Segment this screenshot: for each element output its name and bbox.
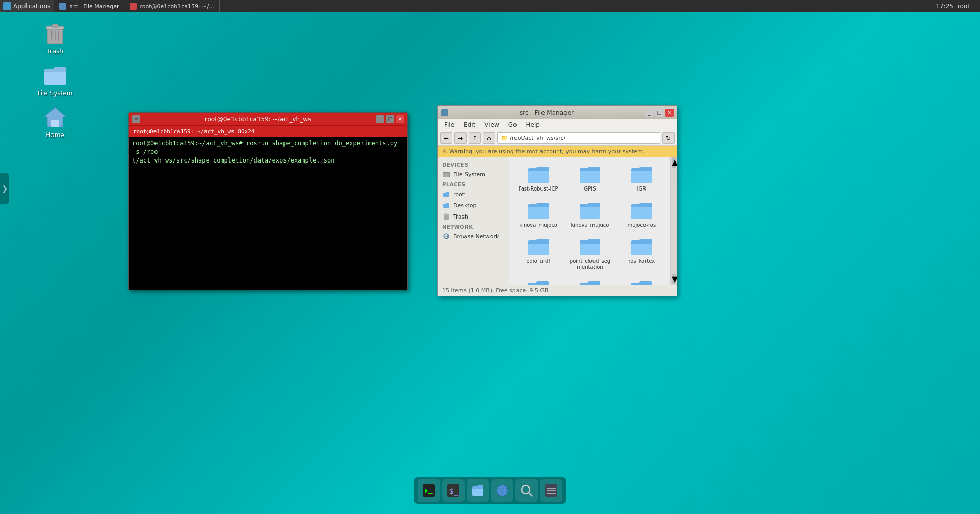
fm-menu-view[interactable]: View [480, 120, 503, 129]
fm-warning-icon: ⚠ [442, 148, 447, 155]
file-folder-icon [629, 200, 654, 221]
file-folder-icon [578, 236, 602, 257]
filesystem-desktop-icon[interactable]: File System [35, 61, 75, 99]
taskbar-window2-label: root@0e1cbb1ca159: ~/... [140, 3, 214, 10]
fm-sidebar-desktop[interactable]: Desktop [438, 200, 509, 211]
fm-forward-btn[interactable]: → [454, 132, 467, 144]
terminal-close-btn[interactable]: ✕ [396, 115, 404, 123]
fm-sidebar-filesystem[interactable]: File System [438, 169, 509, 180]
home-label: Home [46, 131, 64, 139]
home-icon [43, 105, 67, 129]
fm-back-btn[interactable]: ← [440, 132, 452, 144]
fm-menu-edit[interactable]: Edit [459, 120, 479, 129]
fm-window-icon [441, 109, 448, 116]
fm-file-shape-completion[interactable]: shape_completion [513, 276, 563, 285]
fm-file-kinova-mujoco[interactable]: kinova_mujoco [513, 197, 563, 231]
terminal-window-buttons: _ □ ✕ [376, 115, 404, 123]
taskbar-apps-button[interactable]: Applications [0, 0, 54, 12]
fm-toolbar: ← → ↑ ⌂ 📁 /root/act_vh_ws/src/ ↻ [438, 130, 677, 146]
fm-file-kinova-mujuco[interactable]: kinova_mujuco [565, 197, 614, 231]
terminal-minimize-btn[interactable]: _ [376, 115, 384, 123]
fm-minimize-btn[interactable]: _ [645, 109, 653, 117]
bottom-taskbar: $_ [414, 477, 566, 504]
file-name-label: ros_kortex [628, 258, 655, 264]
bottom-more-icon[interactable] [540, 479, 562, 502]
file-folder-icon [578, 279, 602, 285]
fm-section-network: NETWORK [438, 222, 509, 231]
bottom-terminal-icon[interactable] [418, 479, 440, 502]
fm-sidebar-root[interactable]: root [438, 188, 509, 200]
terminal-line2: t/act_vh_ws/src/shape_completion/data/ex… [132, 156, 404, 165]
fm-file-igr[interactable]: IGR [617, 161, 666, 195]
svg-rect-17 [423, 484, 435, 497]
terminal-win-controls: ≡ [132, 115, 140, 123]
bottom-shell-icon[interactable]: $_ [442, 479, 465, 502]
fm-sidebar-browse-network[interactable]: Browse Network [438, 231, 509, 242]
taskbar-filemanager-btn[interactable]: src - File Manager [54, 0, 124, 12]
network-sidebar-icon [442, 232, 450, 240]
fm-file-v-hacd[interactable]: v-hacd [617, 276, 666, 285]
bottom-files-icon[interactable] [467, 479, 489, 502]
fm-file-mujoco-ros[interactable]: mujoco-ros [617, 197, 666, 231]
file-name-label: point_cloud_segmentation [567, 258, 612, 270]
fm-file-ros-kortex[interactable]: ros_kortex [617, 233, 666, 274]
scrollbar-up-btn[interactable]: ▲ [672, 157, 676, 168]
terminal-maximize-btn[interactable]: □ [386, 115, 394, 123]
file-folder-icon [526, 236, 551, 257]
fm-menu-help[interactable]: Help [522, 120, 544, 129]
fm-sidebar-filesystem-label: File System [453, 171, 485, 178]
file-folder-icon [578, 200, 602, 221]
terminal-menu-btn[interactable]: ≡ [132, 115, 140, 123]
sidebar-toggle[interactable]: ❯ [0, 173, 9, 204]
scrollbar-down-btn[interactable]: ▼ [672, 274, 676, 284]
fm-home-btn[interactable]: ⌂ [483, 132, 495, 144]
fm-titlebar: src - File Manager _ □ ✕ [438, 106, 677, 119]
file-folder-icon [629, 236, 654, 257]
fm-addressbar[interactable]: 📁 /root/act_vh_ws/src/ [497, 132, 660, 144]
filemanager-taskbar-icon [59, 3, 66, 10]
fm-file-fast-robust-icp[interactable]: Fast-Robust-ICP [513, 161, 563, 195]
bottom-globe-icon[interactable] [491, 479, 513, 502]
svg-rect-13 [445, 213, 447, 214]
terminal-cmd-bar: root@0e1cbb1ca159: ~/act_vh_ws 80x24 [129, 126, 407, 137]
fm-file-odio-urdf[interactable]: odio_urdf [513, 233, 563, 274]
svg-rect-31 [547, 490, 556, 491]
apps-icon [3, 2, 11, 10]
fm-file-gpis[interactable]: GPIS [565, 161, 614, 195]
desktop-sidebar-icon [442, 201, 450, 209]
taskbar: Applications src - File Manager root@0e1… [0, 0, 980, 12]
svg-rect-30 [547, 488, 556, 489]
svg-rect-32 [547, 493, 556, 494]
fm-warning-text: Warning, you are using the root account,… [449, 148, 644, 155]
home-desktop-icon[interactable]: Home [35, 103, 75, 141]
fm-files-grid: Fast-Robust-ICP GPIS IGR kinova_mujoco k… [509, 157, 670, 285]
trash-desktop-icon[interactable]: Trash [35, 19, 75, 57]
apps-label: Applications [13, 3, 50, 10]
fm-close-btn[interactable]: ✕ [665, 109, 674, 117]
fm-up-btn[interactable]: ↑ [469, 132, 481, 144]
fm-menu-file[interactable]: File [440, 120, 458, 129]
file-name-label: Fast-Robust-ICP [519, 186, 558, 192]
fm-maximize-btn[interactable]: □ [655, 109, 663, 117]
fm-statusbar: 15 items (1.0 MB), Free space: 9.5 GB [438, 285, 677, 296]
svg-line-6 [58, 31, 59, 41]
trash-sidebar-icon [442, 212, 450, 221]
svg-rect-19 [428, 493, 433, 494]
taskbar-terminal-btn[interactable]: root@0e1cbb1ca159: ~/... [124, 0, 219, 12]
file-name-label: mujoco-ros [628, 222, 656, 228]
svg-line-4 [51, 31, 52, 41]
terminal-body[interactable]: root@0e1cbb1ca159:~/act_vh_ws# rosrun sh… [129, 137, 407, 290]
bottom-search-icon[interactable] [515, 479, 538, 502]
trash-label: Trash [47, 48, 63, 55]
fm-section-places: PLACES [438, 180, 509, 188]
fm-file-supervoxel-clustering[interactable]: supervoxel_clustering [565, 276, 614, 285]
fm-refresh-btn[interactable]: ↻ [662, 132, 675, 144]
fm-file-point-cloud-segmentation[interactable]: point_cloud_segmentation [565, 233, 614, 274]
fm-sidebar-trash[interactable]: Trash [438, 211, 509, 222]
fm-sidebar-desktop-label: Desktop [453, 202, 476, 209]
fm-sidebar-trash-label: Trash [453, 213, 468, 220]
fm-scrollbar[interactable]: ▲ ▼ [670, 157, 677, 285]
terminal-title: root@0e1cbb1ca159: ~/act_vh_ws [140, 116, 376, 123]
fm-menu-go[interactable]: Go [504, 120, 521, 129]
terminal-taskbar-icon [130, 3, 137, 10]
